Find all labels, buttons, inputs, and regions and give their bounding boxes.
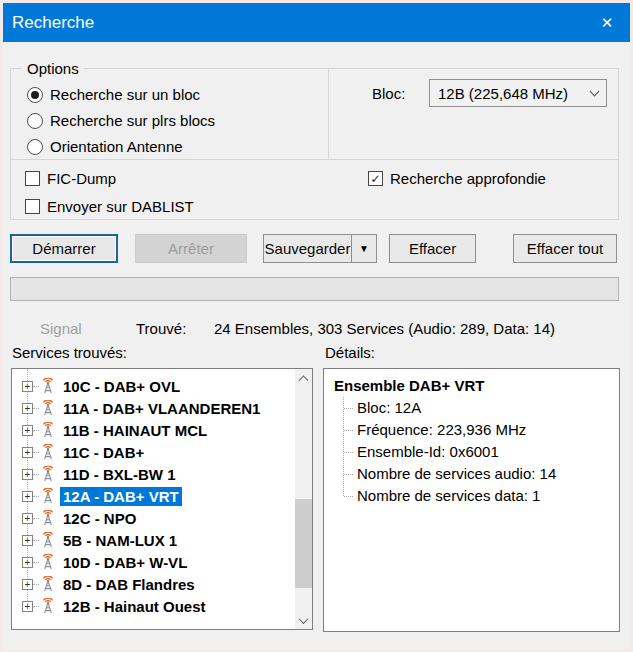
save-split-button[interactable]: Sauvegarder ▼ — [263, 234, 377, 263]
checkbox-send-dablist[interactable]: Envoyer sur DABLIST — [25, 198, 194, 215]
tree-item-label[interactable]: 11B - HAINAUT MCL — [60, 421, 210, 440]
tree-item[interactable]: +8D - DAB Flandres — [12, 573, 295, 595]
found-value: 24 Ensembles, 303 Services (Audio: 289, … — [214, 320, 555, 337]
window-title: Recherche — [3, 13, 94, 33]
bloc-dropdown-value: 12B (225,648 MHz) — [438, 85, 568, 102]
detail-line: Nombre de services audio: 14 — [343, 463, 619, 485]
radio-on-icon[interactable] — [27, 87, 43, 103]
tree-item[interactable]: +12C - NPO — [12, 507, 295, 529]
services-treeview[interactable]: +10C - DAB+ OVL +11A - DAB+ VLAANDEREN1 … — [11, 368, 313, 630]
tree-item-selected[interactable]: +12A - DAB+ VRT — [12, 485, 295, 507]
tree-item-label[interactable]: 12C - NPO — [60, 509, 139, 528]
found-label: Trouvé: — [136, 320, 186, 337]
expand-icon[interactable]: + — [22, 403, 33, 414]
antenna-icon — [40, 532, 56, 548]
antenna-icon — [40, 510, 56, 526]
scroll-up-button[interactable] — [295, 369, 312, 386]
expand-icon[interactable]: + — [22, 601, 33, 612]
scrollbar[interactable] — [295, 369, 312, 629]
details-label: Détails: — [325, 344, 375, 361]
radio-search-multi-blocks[interactable]: Recherche sur plrs blocs — [27, 112, 215, 129]
tree-item-label[interactable]: 12A - DAB+ VRT — [60, 487, 182, 506]
tree-item[interactable]: +10C - DAB+ OVL — [12, 375, 295, 397]
tree-item-label[interactable]: 11D - BXL-BW 1 — [60, 465, 179, 484]
tree-item[interactable]: +12B - Hainaut Ouest — [12, 595, 295, 617]
tree-item[interactable]: +11B - HAINAUT MCL — [12, 419, 295, 441]
scroll-down-button[interactable] — [295, 612, 312, 629]
search-dialog: Recherche ✕ Options Recherche sur un blo… — [0, 0, 633, 652]
expand-icon[interactable]: + — [22, 557, 33, 568]
tree-stub — [33, 562, 39, 563]
tree-item-label[interactable]: 11A - DAB+ VLAANDEREN1 — [60, 399, 263, 418]
checkbox-unchecked-icon[interactable] — [25, 171, 40, 186]
tree-item[interactable]: +11C - DAB+ — [12, 441, 295, 463]
detail-line: Nombre de services data: 1 — [343, 485, 619, 507]
tree-stub — [33, 430, 39, 431]
checkbox-label: FIC-Dump — [47, 170, 116, 187]
radio-off-icon[interactable] — [27, 139, 43, 155]
tree-item-label[interactable]: 12B - Hainaut Ouest — [60, 597, 209, 616]
antenna-icon — [40, 554, 56, 570]
signal-label: Signal — [40, 320, 82, 337]
close-icon: ✕ — [601, 14, 614, 32]
tree-item[interactable]: +11D - BXL-BW 1 — [12, 463, 295, 485]
title-bar[interactable]: Recherche ✕ — [3, 3, 630, 42]
radio-label: Recherche sur plrs blocs — [50, 112, 215, 129]
expand-icon[interactable]: + — [22, 381, 33, 392]
close-button[interactable]: ✕ — [584, 3, 630, 42]
tree-item-label[interactable]: 11C - DAB+ — [60, 443, 147, 462]
tree-stub — [33, 518, 39, 519]
tree-item[interactable]: +5B - NAM-LUX 1 — [12, 529, 295, 551]
bloc-dropdown[interactable]: 12B (225,648 MHz) — [429, 79, 607, 107]
options-vertical-divider — [328, 69, 329, 159]
tree-stub — [33, 584, 39, 585]
scrollbar-thumb[interactable] — [295, 499, 312, 588]
checkbox-fic-dump[interactable]: FIC-Dump — [25, 170, 116, 187]
chevron-down-icon — [299, 614, 309, 624]
tree-item-label[interactable]: 10D - DAB+ W-VL — [60, 553, 190, 572]
chevron-down-icon — [590, 87, 600, 97]
clear-all-button[interactable]: Effacer tout — [513, 234, 617, 263]
detail-line: Fréquence: 223,936 MHz — [343, 419, 619, 441]
detail-line: Ensemble-Id: 0x6001 — [343, 441, 619, 463]
chevron-up-icon — [299, 375, 309, 385]
stop-button: Arrêter — [135, 234, 247, 263]
radio-antenna-orientation[interactable]: Orientation Antenne — [27, 138, 183, 155]
antenna-icon — [40, 444, 56, 460]
radio-off-icon[interactable] — [27, 113, 43, 129]
details-panel: Ensemble DAB+ VRT Bloc: 12A Fréquence: 2… — [323, 368, 620, 632]
expand-icon[interactable]: + — [22, 447, 33, 458]
tree-stub — [33, 606, 39, 607]
details-tree: Bloc: 12A Fréquence: 223,936 MHz Ensembl… — [343, 397, 619, 507]
tree-stub — [33, 452, 39, 453]
expand-icon[interactable]: + — [22, 425, 33, 436]
checkbox-unchecked-icon[interactable] — [25, 199, 40, 214]
antenna-icon — [40, 598, 56, 614]
tree-item-label[interactable]: 10C - DAB+ OVL — [60, 377, 183, 396]
checkbox-deep-search[interactable]: ✓ Recherche approfondie — [368, 170, 546, 187]
antenna-icon — [40, 400, 56, 416]
options-group-label: Options — [22, 60, 84, 77]
detail-line: Bloc: 12A — [343, 397, 619, 419]
tree-item[interactable]: +11A - DAB+ VLAANDEREN1 — [12, 397, 295, 419]
tree-item-label[interactable]: 5B - NAM-LUX 1 — [60, 531, 180, 550]
expand-icon[interactable]: + — [22, 579, 33, 590]
expand-icon[interactable]: + — [22, 491, 33, 502]
expand-icon[interactable]: + — [22, 469, 33, 480]
expand-icon[interactable]: + — [22, 513, 33, 524]
save-dropdown-arrow[interactable]: ▼ — [351, 235, 376, 262]
radio-search-one-block[interactable]: Recherche sur un bloc — [27, 86, 200, 103]
tree-stub — [33, 496, 39, 497]
tree-item[interactable]: +10D - DAB+ W-VL — [12, 551, 295, 573]
clear-button[interactable]: Effacer — [389, 234, 476, 263]
radio-label: Recherche sur un bloc — [50, 86, 200, 103]
tree-stub — [33, 386, 39, 387]
expand-icon[interactable]: + — [22, 535, 33, 546]
tree-stub — [33, 540, 39, 541]
save-button-label: Sauvegarder — [264, 240, 351, 257]
tree-item-label[interactable]: 8D - DAB Flandres — [60, 575, 198, 594]
checkbox-checked-icon[interactable]: ✓ — [368, 171, 383, 186]
start-button[interactable]: Démarrer — [10, 234, 118, 263]
tree-stub — [33, 474, 39, 475]
ensemble-title: Ensemble DAB+ VRT — [334, 377, 619, 394]
